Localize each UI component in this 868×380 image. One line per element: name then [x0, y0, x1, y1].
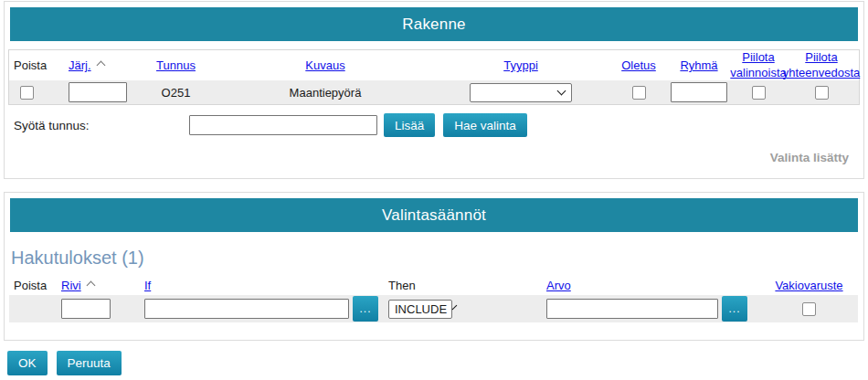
header-jarj: Järj. [50, 58, 132, 72]
then-select[interactable]: INCLUDE [388, 300, 452, 319]
structure-panel: Rakenne Poista Järj. Tunnus Kuvaus Tyypp [4, 1, 864, 179]
cancel-button[interactable]: Peruuta [57, 351, 122, 375]
chevron-down-icon [452, 305, 458, 311]
header-kuvaus: Kuvaus [219, 58, 431, 72]
enter-code-label: Syötä tunnus: [14, 119, 189, 132]
header-ryhma-link[interactable]: Ryhmä [680, 58, 717, 72]
header-oletus-link[interactable]: Oletus [621, 58, 656, 72]
enter-code-row: Syötä tunnus: Lisää Hae valinta [5, 113, 863, 137]
page: Rakenne Poista Järj. Tunnus Kuvaus Tyypp [0, 0, 868, 375]
header-tunnus-link[interactable]: Tunnus [156, 58, 196, 72]
arvo-input[interactable] [546, 299, 718, 319]
structure-table-header-row: Poista Järj. Tunnus Kuvaus Tyyppi Oletus [9, 50, 859, 80]
arvo-browse-button[interactable]: ... [722, 296, 747, 322]
piilota-yhteenvedosta-checkbox[interactable] [815, 86, 829, 100]
structure-table-row: O251 Maantiepyörä [9, 80, 859, 104]
header-kuvaus-link[interactable]: Kuvaus [305, 58, 344, 72]
poista-checkbox[interactable] [20, 86, 34, 100]
header-if: If [128, 279, 384, 292]
results-heading: Hakutulokset (1) [11, 248, 863, 269]
header-piilota-yhteenvedosta: Piilota yhteenvedosta [786, 50, 857, 80]
footer: OK Peruuta [7, 351, 864, 375]
header-ryhma: Ryhmä [667, 58, 731, 72]
header-tunnus: Tunnus [132, 58, 219, 72]
header-piilota-yhteenvedosta-link[interactable]: Piilota yhteenvedosta [783, 50, 861, 80]
enter-code-input[interactable] [189, 115, 377, 135]
header-rivi-link[interactable]: Rivi [61, 279, 81, 292]
header-vakiovaruste: Vakiovaruste [760, 279, 858, 292]
status-message: Valinta lisätty [5, 151, 849, 164]
structure-table: Poista Järj. Tunnus Kuvaus Tyyppi Oletus [8, 49, 860, 105]
oletus-checkbox[interactable] [632, 86, 646, 100]
header-rules-poista: Poista [9, 279, 50, 292]
chevron-down-icon [557, 87, 566, 96]
piilota-valinnoista-checkbox[interactable] [752, 86, 766, 100]
rules-panel-titlebar: Valintasäännöt [10, 198, 858, 232]
rules-table: Poista Rivi If Then Arvo Vakiovaruste [9, 279, 858, 322]
if-input[interactable] [144, 299, 349, 319]
ryhma-input[interactable] [671, 82, 727, 102]
rules-panel-title: Valintasäännöt [382, 206, 486, 225]
add-button[interactable]: Lisää [384, 113, 435, 137]
header-then: Then [384, 279, 512, 292]
vakiovaruste-checkbox[interactable] [802, 302, 816, 316]
header-arvo: Arvo [512, 279, 760, 292]
header-oletus: Oletus [610, 58, 667, 72]
rivi-input[interactable] [61, 299, 111, 319]
kuvaus-value: Maantiepyörä [290, 86, 362, 100]
sort-ascending-icon [96, 60, 105, 69]
sort-ascending-icon [86, 280, 95, 290]
rules-table-header-row: Poista Rivi If Then Arvo Vakiovaruste [9, 279, 858, 295]
header-if-link[interactable]: If [144, 279, 151, 292]
if-browse-button[interactable]: ... [353, 296, 378, 322]
fetch-selection-button[interactable]: Hae valinta [443, 113, 527, 137]
structure-panel-title: Rakenne [402, 16, 465, 34]
tunnus-value: O251 [162, 86, 191, 100]
rules-table-row: ... INCLUDE ... [9, 295, 858, 322]
header-vakiovaruste-link[interactable]: Vakiovaruste [775, 279, 842, 292]
rules-panel: Valintasäännöt Hakutulokset (1) Poista R… [4, 192, 864, 341]
header-tyyppi-link[interactable]: Tyyppi [503, 58, 538, 72]
header-tyyppi: Tyyppi [431, 58, 610, 72]
tyyppi-select[interactable] [470, 83, 572, 102]
header-piilota-valinnoista-link[interactable]: Piilota valinnoista [730, 50, 786, 80]
header-jarj-link[interactable]: Järj. [69, 58, 91, 72]
structure-panel-titlebar: Rakenne [10, 7, 858, 41]
header-piilota-valinnoista: Piilota valinnoista [731, 50, 786, 80]
header-rivi: Rivi [50, 279, 128, 292]
ok-button[interactable]: OK [7, 351, 48, 375]
jarj-input[interactable] [69, 82, 127, 102]
header-arvo-link[interactable]: Arvo [546, 279, 571, 292]
header-poista: Poista [9, 58, 50, 72]
then-select-value: INCLUDE [395, 302, 447, 316]
